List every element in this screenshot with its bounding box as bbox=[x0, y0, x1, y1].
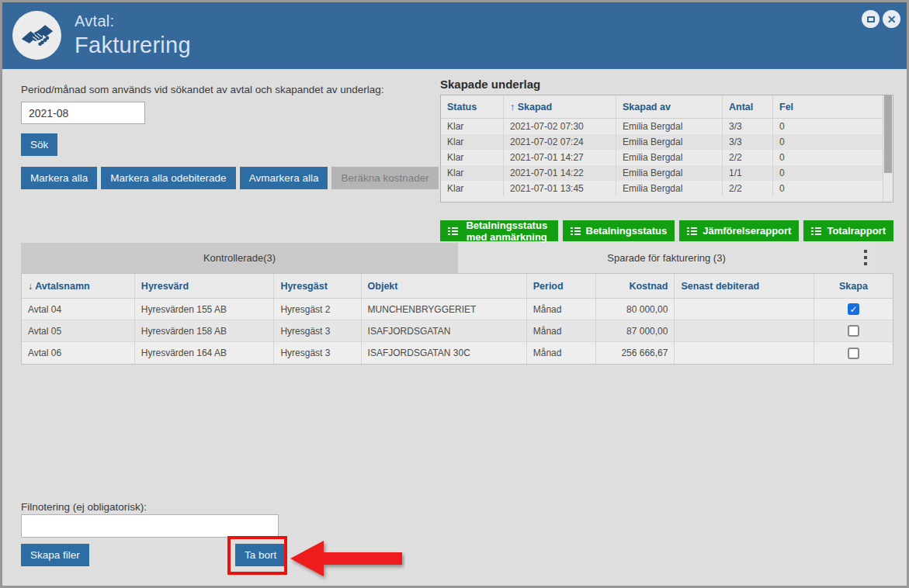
title-section: Fakturering bbox=[75, 33, 191, 58]
comparison-report-button[interactable]: Jämförelserapport bbox=[679, 220, 799, 241]
list-icon bbox=[571, 227, 581, 235]
table-row[interactable]: Klar2021-07-02 07:30Emilia Bergdal3/30 bbox=[441, 119, 893, 134]
cell: 2/2 bbox=[723, 150, 773, 165]
search-button[interactable]: Sök bbox=[21, 133, 57, 156]
button-label: Totalrapport bbox=[827, 225, 886, 237]
skapa-checkbox[interactable] bbox=[848, 325, 859, 337]
column-header[interactable]: Antal bbox=[723, 95, 773, 118]
cell: 256 666,67 bbox=[596, 342, 675, 364]
cell: 2021-07-01 13:45 bbox=[504, 181, 616, 196]
cell bbox=[675, 320, 814, 341]
cell: Hyresgäst 3 bbox=[274, 320, 361, 341]
cell: Avtal 04 bbox=[22, 299, 135, 320]
app-header: Avtal: Fakturering ✕ bbox=[2, 2, 907, 69]
cell: 2021-07-02 07:24 bbox=[504, 134, 616, 150]
cell bbox=[675, 299, 814, 320]
table-body: Klar2021-07-02 07:30Emilia Bergdal3/30Kl… bbox=[441, 119, 893, 196]
cell bbox=[814, 342, 893, 364]
delete-button[interactable]: Ta bort bbox=[235, 544, 286, 566]
filnotering-input[interactable] bbox=[21, 514, 279, 538]
column-header[interactable]: Skapa bbox=[814, 274, 893, 298]
cell: Hyresgäst 2 bbox=[274, 299, 361, 320]
button-label: Jämförelserapport bbox=[703, 225, 791, 237]
app-window: Avtal: Fakturering ✕ Period/månad som an… bbox=[0, 0, 909, 588]
tab-kontrollerade[interactable]: Kontrollerade(3) bbox=[21, 243, 458, 273]
table-row[interactable]: Klar2021-07-01 14:27Emilia Bergdal2/20 bbox=[441, 150, 893, 165]
cell bbox=[814, 320, 893, 341]
cell: 2021-07-01 14:27 bbox=[504, 150, 616, 165]
cell: Hyresvärden 158 AB bbox=[135, 320, 275, 341]
cell: MUNCHENBRYGGERIET bbox=[362, 299, 527, 320]
cell: 0 bbox=[773, 119, 883, 134]
window-controls: ✕ bbox=[862, 10, 900, 28]
selection-buttons: Markera alla Markera alla odebiterade Av… bbox=[21, 167, 439, 189]
cell: 1/1 bbox=[723, 165, 773, 181]
cell: 80 000,00 bbox=[596, 299, 675, 320]
table-row[interactable]: Avtal 04Hyresvärden 155 ABHyresgäst 2MUN… bbox=[22, 299, 893, 320]
maximize-button[interactable] bbox=[862, 10, 880, 28]
column-header[interactable]: Kostnad bbox=[596, 274, 675, 298]
cell: 3/3 bbox=[723, 119, 773, 134]
red-arrow-icon bbox=[289, 538, 405, 584]
cell: 0 bbox=[773, 181, 883, 196]
column-header[interactable]: ↑ Skapad bbox=[504, 95, 616, 118]
button-label: Betalningsstatus bbox=[586, 225, 668, 237]
column-header[interactable]: Senast debiterad bbox=[675, 274, 814, 298]
cell: Månad bbox=[527, 320, 597, 341]
period-input[interactable] bbox=[21, 102, 145, 124]
restore-icon bbox=[867, 16, 875, 22]
total-report-button[interactable]: Totalrapport bbox=[803, 220, 893, 241]
period-label: Period/månad som används vid sökandet av… bbox=[21, 84, 384, 95]
select-all-unbilled-button[interactable]: Markera alla odebiterade bbox=[101, 167, 235, 189]
calculate-costs-button[interactable]: Beräkna kostnader bbox=[331, 167, 438, 189]
column-header[interactable]: Fel bbox=[773, 95, 883, 118]
contracts-table: ↓ AvtalsnamnHyresvärdHyresgästObjektPeri… bbox=[21, 273, 893, 365]
table-row[interactable]: Klar2021-07-01 13:45Emilia Bergdal2/20 bbox=[441, 181, 893, 196]
column-header[interactable]: Status bbox=[441, 95, 504, 118]
cell: Klar bbox=[441, 181, 504, 196]
cell: Hyresgäst 3 bbox=[274, 342, 361, 364]
cell: Emilia Bergdal bbox=[616, 134, 723, 150]
cell: 2021-07-02 07:30 bbox=[504, 119, 616, 134]
column-header[interactable]: Skapad av bbox=[616, 95, 723, 118]
cell: Klar bbox=[441, 119, 504, 134]
select-all-button[interactable]: Markera alla bbox=[21, 167, 97, 189]
column-header[interactable]: ↓ Avtalsnamn bbox=[22, 274, 135, 298]
table-body: Avtal 04Hyresvärden 155 ABHyresgäst 2MUN… bbox=[22, 299, 893, 364]
kebab-menu-icon[interactable] bbox=[862, 248, 869, 267]
cell: Klar bbox=[441, 150, 504, 165]
cell: Avtal 05 bbox=[22, 320, 135, 341]
report-buttons: Betalningsstatus med anmärkning Betalnin… bbox=[440, 220, 893, 241]
skapa-checkbox[interactable]: ✓ bbox=[848, 303, 859, 315]
table-row[interactable]: Avtal 05Hyresvärden 158 ABHyresgäst 3ISA… bbox=[22, 320, 893, 342]
cell: ISAFJORDSGATAN bbox=[362, 320, 527, 341]
cell: Månad bbox=[527, 342, 597, 364]
cell: Avtal 06 bbox=[22, 342, 135, 364]
cell: Hyresvärden 164 AB bbox=[135, 342, 275, 364]
table-header-row: ↓ AvtalsnamnHyresvärdHyresgästObjektPeri… bbox=[22, 274, 893, 299]
column-header[interactable]: Hyresvärd bbox=[135, 274, 275, 298]
scrollbar[interactable] bbox=[883, 95, 893, 202]
cell: 0 bbox=[773, 165, 883, 181]
create-files-button[interactable]: Skapa filer bbox=[21, 544, 89, 566]
deselect-all-button[interactable]: Avmarkera alla bbox=[240, 167, 328, 189]
cell: Månad bbox=[527, 299, 597, 320]
skapade-underlag-title: Skapade underlag bbox=[440, 78, 540, 91]
title-app: Avtal: bbox=[75, 12, 191, 30]
scrollbar-thumb[interactable] bbox=[884, 95, 892, 173]
table-row[interactable]: Avtal 06Hyresvärden 164 ABHyresgäst 3ISA… bbox=[22, 342, 893, 364]
column-header[interactable]: Hyresgäst bbox=[274, 274, 361, 298]
cell: ISAFJORDSGATAN 30C bbox=[362, 342, 527, 364]
table-row[interactable]: Klar2021-07-01 14:22Emilia Bergdal1/10 bbox=[441, 165, 893, 181]
close-button[interactable]: ✕ bbox=[883, 10, 900, 28]
table-row[interactable]: Klar2021-07-02 07:24Emilia Bergdal3/30 bbox=[441, 134, 893, 150]
skapa-checkbox[interactable] bbox=[848, 348, 859, 359]
column-header[interactable]: Objekt bbox=[362, 274, 527, 298]
tab-bar: Kontrollerade(3) Sparade för fakturering… bbox=[21, 243, 875, 273]
column-header[interactable]: Period bbox=[527, 274, 597, 298]
payment-status-remark-button[interactable]: Betalningsstatus med anmärkning bbox=[440, 220, 558, 241]
tab-sparade-for-fakturering[interactable]: Sparade för fakturering (3) bbox=[458, 243, 875, 273]
payment-status-button[interactable]: Betalningsstatus bbox=[563, 220, 675, 241]
tab-label: Sparade för fakturering (3) bbox=[607, 252, 725, 264]
cell: Emilia Bergdal bbox=[616, 181, 723, 196]
